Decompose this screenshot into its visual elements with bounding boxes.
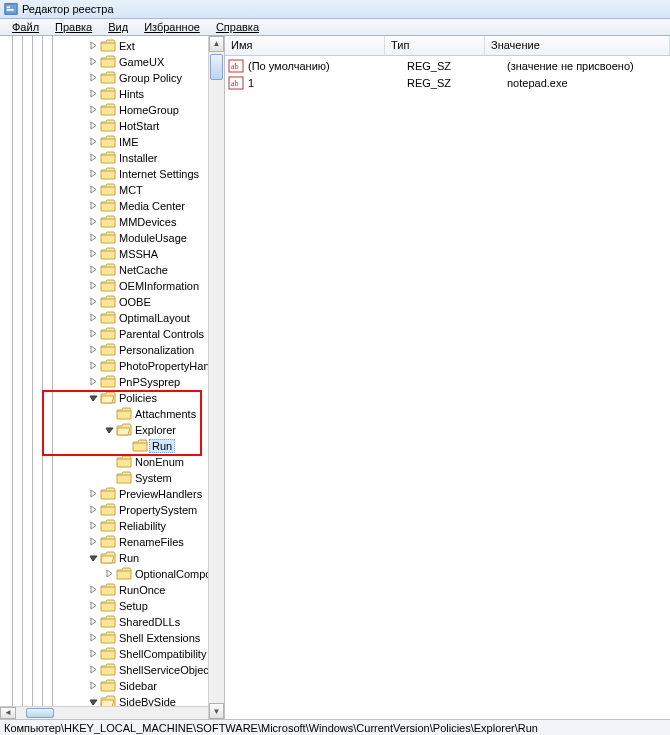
- expand-icon[interactable]: [87, 664, 99, 676]
- tree-item[interactable]: IME: [55, 134, 224, 150]
- tree-item[interactable]: MMDevices: [55, 214, 224, 230]
- menu-edit[interactable]: Правка: [47, 19, 100, 35]
- tree-item[interactable]: Parental Controls: [55, 326, 224, 342]
- expand-icon[interactable]: [87, 584, 99, 596]
- tree-item[interactable]: NonEnum: [55, 454, 224, 470]
- expand-icon[interactable]: [87, 536, 99, 548]
- menu-view[interactable]: Вид: [100, 19, 136, 35]
- tree-item[interactable]: PhotoPropertyHandler: [55, 358, 224, 374]
- expand-icon[interactable]: [87, 632, 99, 644]
- expand-icon[interactable]: [87, 680, 99, 692]
- tree-item[interactable]: ModuleUsage: [55, 230, 224, 246]
- expand-icon[interactable]: [87, 696, 99, 706]
- tree-item[interactable]: OEMInformation: [55, 278, 224, 294]
- tree-item[interactable]: MSSHA: [55, 246, 224, 262]
- tree-item[interactable]: SharedDLLs: [55, 614, 224, 630]
- tree-item[interactable]: Reliability: [55, 518, 224, 534]
- expand-icon[interactable]: [87, 56, 99, 68]
- expand-icon[interactable]: [87, 360, 99, 372]
- expand-icon[interactable]: [87, 120, 99, 132]
- col-value[interactable]: Значение: [485, 36, 670, 55]
- tree[interactable]: Ext GameUX Group Policy Hints HomeGroup …: [0, 36, 224, 706]
- tree-item[interactable]: GameUX: [55, 54, 224, 70]
- value-row[interactable]: ab (По умолчанию) REG_SZ (значение не пр…: [225, 58, 670, 75]
- expand-icon[interactable]: [87, 600, 99, 612]
- tree-item[interactable]: Setup: [55, 598, 224, 614]
- tree-item[interactable]: Attachments: [55, 406, 224, 422]
- expand-icon[interactable]: [87, 616, 99, 628]
- tree-item[interactable]: Installer: [55, 150, 224, 166]
- expand-icon[interactable]: [87, 152, 99, 164]
- tree-item[interactable]: NetCache: [55, 262, 224, 278]
- col-name[interactable]: Имя: [225, 36, 385, 55]
- tree-item[interactable]: Personalization: [55, 342, 224, 358]
- tree-item[interactable]: Policies: [55, 390, 224, 406]
- tree-item[interactable]: SideBySide: [55, 694, 224, 706]
- menu-favorites[interactable]: Избранное: [136, 19, 208, 35]
- tree-item[interactable]: Run: [55, 550, 224, 566]
- expand-icon[interactable]: [103, 568, 115, 580]
- expand-icon[interactable]: [87, 552, 99, 564]
- expand-icon[interactable]: [87, 328, 99, 340]
- col-type[interactable]: Тип: [385, 36, 485, 55]
- tree-item[interactable]: OptionalComponent: [55, 566, 224, 582]
- expand-icon[interactable]: [87, 168, 99, 180]
- tree-item[interactable]: Group Policy: [55, 70, 224, 86]
- expand-icon[interactable]: [87, 136, 99, 148]
- expand-icon[interactable]: [87, 264, 99, 276]
- tree-horizontal-scrollbar[interactable]: ◄ ►: [0, 706, 224, 720]
- expand-icon[interactable]: [87, 296, 99, 308]
- tree-item[interactable]: OOBE: [55, 294, 224, 310]
- tree-item[interactable]: ShellCompatibility: [55, 646, 224, 662]
- expand-icon[interactable]: [87, 376, 99, 388]
- tree-item[interactable]: Shell Extensions: [55, 630, 224, 646]
- expand-icon[interactable]: [87, 520, 99, 532]
- values-list[interactable]: ab (По умолчанию) REG_SZ (значение не пр…: [225, 56, 670, 720]
- tree-vertical-scrollbar[interactable]: ▲ ▼: [208, 36, 224, 720]
- expand-icon[interactable]: [87, 504, 99, 516]
- expand-icon[interactable]: [103, 424, 115, 436]
- tree-item[interactable]: Ext: [55, 38, 224, 54]
- tree-item[interactable]: Sidebar: [55, 678, 224, 694]
- expand-icon[interactable]: [87, 200, 99, 212]
- tree-item[interactable]: Internet Settings: [55, 166, 224, 182]
- tree-item[interactable]: MCT: [55, 182, 224, 198]
- expand-icon[interactable]: [87, 232, 99, 244]
- menu-help[interactable]: Справка: [208, 19, 267, 35]
- scroll-up-button[interactable]: ▲: [209, 36, 224, 52]
- expand-icon[interactable]: [87, 344, 99, 356]
- scroll-track[interactable]: [209, 52, 224, 704]
- expand-icon[interactable]: [87, 280, 99, 292]
- expand-icon[interactable]: [87, 184, 99, 196]
- tree-item[interactable]: System: [55, 470, 224, 486]
- tree-item[interactable]: PnPSysprep: [55, 374, 224, 390]
- expand-icon[interactable]: [87, 104, 99, 116]
- tree-item[interactable]: RunOnce: [55, 582, 224, 598]
- scroll-left-button[interactable]: ◄: [0, 707, 16, 720]
- expand-icon[interactable]: [87, 216, 99, 228]
- expand-icon[interactable]: [87, 312, 99, 324]
- menu-file[interactable]: Файл: [4, 19, 47, 35]
- expand-icon[interactable]: [87, 40, 99, 52]
- expand-icon[interactable]: [87, 88, 99, 100]
- tree-item[interactable]: Media Center: [55, 198, 224, 214]
- tree-item[interactable]: PropertySystem: [55, 502, 224, 518]
- expand-icon[interactable]: [87, 392, 99, 404]
- tree-item[interactable]: HotStart: [55, 118, 224, 134]
- tree-item[interactable]: Run: [55, 438, 224, 454]
- value-row[interactable]: ab 1 REG_SZ notepad.exe: [225, 75, 670, 92]
- scroll-down-button[interactable]: ▼: [209, 703, 224, 719]
- expand-icon[interactable]: [87, 248, 99, 260]
- tree-item[interactable]: OptimalLayout: [55, 310, 224, 326]
- tree-item[interactable]: RenameFiles: [55, 534, 224, 550]
- expand-icon[interactable]: [87, 72, 99, 84]
- expand-icon[interactable]: [87, 648, 99, 660]
- scroll-thumb-h[interactable]: [26, 708, 54, 719]
- expand-icon[interactable]: [87, 488, 99, 500]
- tree-item[interactable]: HomeGroup: [55, 102, 224, 118]
- scroll-thumb[interactable]: [210, 54, 223, 80]
- tree-item[interactable]: PreviewHandlers: [55, 486, 224, 502]
- scroll-track-h[interactable]: [16, 707, 208, 720]
- tree-item[interactable]: ShellServiceObjectDelay: [55, 662, 224, 678]
- tree-item[interactable]: Explorer: [55, 422, 224, 438]
